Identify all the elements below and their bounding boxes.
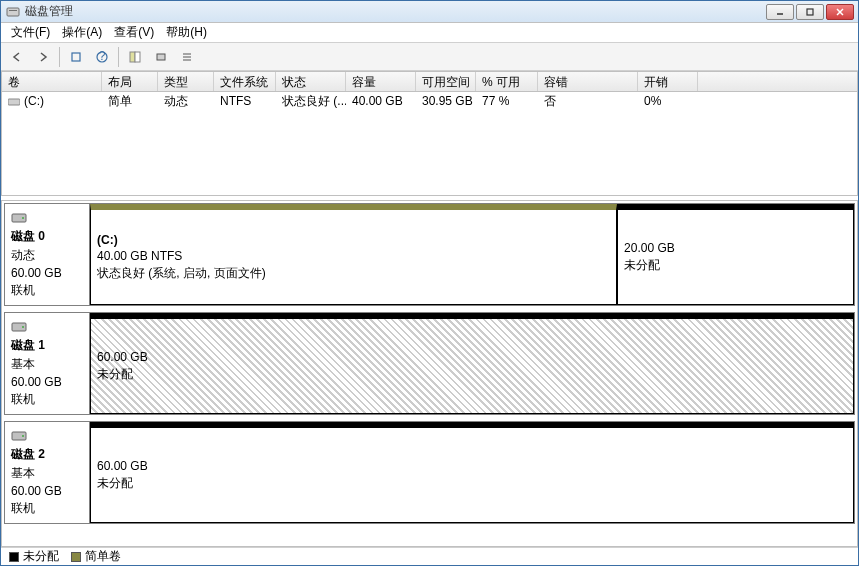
col-header-layout[interactable]: 布局 [102, 72, 158, 91]
disk-icon [11, 428, 27, 444]
disk-row: 磁盘 0动态60.00 GB联机(C:)40.00 GB NTFS状态良好 (系… [4, 203, 855, 306]
col-header-volume[interactable]: 卷 [2, 72, 102, 91]
legend-swatch-olive [71, 552, 81, 562]
menu-file[interactable]: 文件(F) [5, 22, 56, 43]
properties-button[interactable] [123, 46, 147, 68]
drive-icon [8, 97, 20, 107]
vol-free: 30.95 GB [416, 92, 476, 110]
menubar: 文件(F) 操作(A) 查看(V) 帮助(H) [1, 23, 858, 43]
disk-name: 磁盘 0 [11, 228, 83, 245]
list-button[interactable] [175, 46, 199, 68]
svg-rect-6 [72, 53, 80, 61]
disk-label-panel[interactable]: 磁盘 0动态60.00 GB联机 [5, 204, 90, 305]
col-header-overhead[interactable]: 开销 [638, 72, 698, 91]
legend-label-unallocated: 未分配 [23, 548, 59, 565]
disk-partitions: 60.00 GB未分配 [90, 313, 854, 414]
disk-name: 磁盘 2 [11, 446, 83, 463]
vol-type: 动态 [158, 91, 214, 112]
col-header-filesystem[interactable]: 文件系统 [214, 72, 276, 91]
vol-fs: NTFS [214, 92, 276, 110]
toolbar-separator [59, 47, 60, 67]
disk-row: 磁盘 1基本60.00 GB联机60.00 GB未分配 [4, 312, 855, 415]
svg-text:?: ? [99, 50, 106, 63]
svg-rect-9 [130, 52, 135, 62]
vol-overhead: 0% [638, 92, 698, 110]
settings-button[interactable] [149, 46, 173, 68]
disk-icon [11, 210, 27, 226]
svg-rect-3 [807, 9, 813, 15]
svg-rect-11 [157, 54, 165, 60]
legend-label-simple: 简单卷 [85, 548, 121, 565]
disk-type: 基本 [11, 356, 83, 373]
disk-label-panel[interactable]: 磁盘 1基本60.00 GB联机 [5, 313, 90, 414]
partition-label: (C:) [97, 233, 610, 247]
app-icon [5, 4, 21, 20]
refresh-button[interactable] [64, 46, 88, 68]
window-title: 磁盘管理 [25, 3, 766, 20]
col-header-free[interactable]: 可用空间 [416, 72, 476, 91]
minimize-button[interactable] [766, 4, 794, 20]
volume-row[interactable]: (C:)简单动态NTFS状态良好 (...40.00 GB30.95 GB77 … [2, 92, 857, 110]
disk-label-panel[interactable]: 磁盘 2基本60.00 GB联机 [5, 422, 90, 523]
vol-capacity: 40.00 GB [346, 92, 416, 110]
toolbar: ? [1, 43, 858, 71]
close-button[interactable] [826, 4, 854, 20]
partition[interactable]: 20.00 GB未分配 [617, 204, 854, 305]
svg-point-21 [22, 435, 24, 437]
disk-state: 联机 [11, 500, 83, 517]
svg-rect-0 [7, 8, 19, 16]
vol-status: 状态良好 (... [276, 91, 346, 112]
disk-graphical-view: 磁盘 0动态60.00 GB联机(C:)40.00 GB NTFS状态良好 (系… [1, 200, 858, 547]
partition-status: 未分配 [624, 257, 847, 274]
disk-name: 磁盘 1 [11, 337, 83, 354]
col-header-type[interactable]: 类型 [158, 72, 214, 91]
menu-action[interactable]: 操作(A) [56, 22, 108, 43]
disk-type: 基本 [11, 465, 83, 482]
legend-unallocated: 未分配 [9, 548, 59, 565]
col-header-status[interactable]: 状态 [276, 72, 346, 91]
maximize-button[interactable] [796, 4, 824, 20]
help-button[interactable]: ? [90, 46, 114, 68]
disk-state: 联机 [11, 282, 83, 299]
partition-status: 未分配 [97, 366, 847, 383]
vol-fault: 否 [538, 91, 638, 112]
partition-size: 60.00 GB [97, 459, 847, 473]
col-header-capacity[interactable]: 容量 [346, 72, 416, 91]
disk-size: 60.00 GB [11, 375, 83, 389]
vol-layout: 简单 [102, 91, 158, 112]
forward-button[interactable] [31, 46, 55, 68]
svg-rect-10 [135, 52, 140, 62]
toolbar-separator [118, 47, 119, 67]
back-button[interactable] [5, 46, 29, 68]
disk-partitions: (C:)40.00 GB NTFS状态良好 (系统, 启动, 页面文件)20.0… [90, 204, 854, 305]
menu-help[interactable]: 帮助(H) [160, 22, 213, 43]
menu-view[interactable]: 查看(V) [108, 22, 160, 43]
partition[interactable]: 60.00 GB未分配 [90, 422, 854, 523]
legend: 未分配 简单卷 [1, 547, 858, 565]
col-header-fault[interactable]: 容错 [538, 72, 638, 91]
legend-simple-volume: 简单卷 [71, 548, 121, 565]
window-controls [766, 4, 854, 20]
vol-name: (C:) [2, 92, 102, 110]
legend-swatch-black [9, 552, 19, 562]
disk-row: 磁盘 2基本60.00 GB联机60.00 GB未分配 [4, 421, 855, 524]
partition-status: 状态良好 (系统, 启动, 页面文件) [97, 265, 610, 282]
partition[interactable]: (C:)40.00 GB NTFS状态良好 (系统, 启动, 页面文件) [90, 204, 617, 305]
partition-size: 40.00 GB NTFS [97, 249, 610, 263]
svg-point-19 [22, 326, 24, 328]
partition[interactable]: 60.00 GB未分配 [90, 313, 854, 414]
volume-list: 卷 布局 类型 文件系统 状态 容量 可用空间 % 可用 容错 开销 (C:)简… [1, 71, 858, 196]
svg-rect-15 [8, 99, 20, 105]
partition-size: 60.00 GB [97, 350, 847, 364]
titlebar: 磁盘管理 [1, 1, 858, 23]
col-header-pct-free[interactable]: % 可用 [476, 72, 538, 91]
volume-list-header: 卷 布局 类型 文件系统 状态 容量 可用空间 % 可用 容错 开销 [2, 72, 857, 92]
partition-size: 20.00 GB [624, 241, 847, 255]
disk-size: 60.00 GB [11, 484, 83, 498]
disk-state: 联机 [11, 391, 83, 408]
disk-type: 动态 [11, 247, 83, 264]
svg-rect-1 [9, 10, 17, 11]
content-area: 卷 布局 类型 文件系统 状态 容量 可用空间 % 可用 容错 开销 (C:)简… [1, 71, 858, 547]
partition-status: 未分配 [97, 475, 847, 492]
vol-pct: 77 % [476, 92, 538, 110]
